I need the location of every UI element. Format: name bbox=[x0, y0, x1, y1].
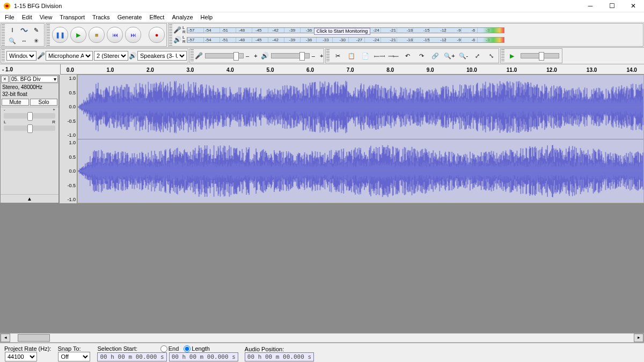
length-radio[interactable] bbox=[184, 345, 191, 352]
mixer-toolbar: 🎤 –⁠ + 🔊 –⁠ + bbox=[189, 48, 324, 63]
stop-button[interactable]: ■ bbox=[89, 27, 105, 43]
meters-toolbar: 🎤 LR -57-54-51-48-45-42-39-36-33-30-27-2… bbox=[168, 23, 643, 47]
redo-button[interactable]: ↷ bbox=[415, 49, 428, 62]
window-titlebar: 1-15 BFG Division ─ ☐ ✕ bbox=[0, 0, 644, 12]
minimize-button[interactable]: ─ bbox=[580, 0, 601, 12]
play-button[interactable]: ▶ bbox=[70, 27, 86, 43]
envelope-tool[interactable] bbox=[18, 24, 30, 36]
cut-button[interactable]: ✂ bbox=[331, 49, 344, 62]
menu-analyze[interactable]: Analyze bbox=[168, 13, 196, 21]
mic-vol-icon: 🎤 bbox=[195, 52, 203, 60]
empty-tracks-area[interactable] bbox=[0, 203, 644, 333]
transcription-toolbar: ▶ bbox=[500, 48, 562, 63]
record-volume-slider[interactable] bbox=[205, 53, 244, 58]
multi-tool[interactable]: ✳ bbox=[30, 35, 42, 47]
zoom-out-button[interactable]: 🔍- bbox=[457, 49, 470, 62]
menu-tracks[interactable]: Tracks bbox=[89, 13, 114, 21]
output-device-select[interactable]: Speakers (3- US bbox=[137, 51, 187, 61]
track-bitdepth: 32-bit float bbox=[1, 91, 58, 98]
playback-meter[interactable]: -57-54-51-48-45-42-39-36-33-30-27-24-21-… bbox=[187, 37, 504, 43]
speaker-icon: 🔊 bbox=[129, 52, 137, 60]
track-control-panel: × 05. BFG Div▾ Stereo, 48000Hz 32-bit fl… bbox=[0, 75, 59, 203]
copy-button[interactable]: 📋 bbox=[345, 49, 358, 62]
selection-start-label: Selection Start: bbox=[97, 345, 137, 352]
project-rate-label: Project Rate (Hz): bbox=[4, 345, 51, 352]
snap-to-label: Snap To: bbox=[57, 345, 91, 352]
undo-button[interactable]: ↶ bbox=[401, 49, 414, 62]
meter-lr-label: LR bbox=[182, 35, 186, 44]
end-radio[interactable] bbox=[160, 345, 167, 352]
track-collapse-button[interactable]: ▲ bbox=[1, 194, 58, 203]
transport-toolbar: ❚❚ ▶ ■ ⏮ ⏭ ● bbox=[46, 23, 167, 47]
solo-button[interactable]: Solo bbox=[30, 99, 57, 106]
ruler-negative: - 1.0 bbox=[0, 64, 61, 75]
track-close-button[interactable]: × bbox=[1, 76, 9, 83]
window-title: 1-15 BFG Division bbox=[14, 3, 62, 9]
menu-view[interactable]: View bbox=[36, 13, 56, 21]
gain-slider[interactable] bbox=[4, 113, 55, 119]
menubar: File Edit View Transport Tracks Generate… bbox=[0, 12, 644, 23]
menu-generate[interactable]: Generate bbox=[114, 13, 146, 21]
track-menu[interactable]: 05. BFG Div▾ bbox=[10, 76, 58, 83]
record-button[interactable]: ● bbox=[149, 27, 165, 43]
waveform-display[interactable] bbox=[77, 75, 644, 203]
track-format: Stereo, 48000Hz bbox=[1, 84, 58, 91]
timeshift-tool[interactable]: ↔ bbox=[18, 35, 30, 47]
scroll-left-button[interactable]: ◂ bbox=[1, 334, 10, 342]
monitor-message[interactable]: Click to Start Monitoring bbox=[314, 28, 371, 35]
playback-volume-slider[interactable] bbox=[271, 53, 310, 58]
pan-slider[interactable] bbox=[4, 125, 55, 131]
input-device-select[interactable]: Microphone Ar bbox=[46, 51, 93, 61]
zoom-tool[interactable]: 🔍 bbox=[6, 35, 18, 47]
sync-lock-button[interactable]: 🔗 bbox=[429, 49, 442, 62]
scroll-right-button[interactable]: ▸ bbox=[634, 334, 643, 342]
skip-end-button[interactable]: ⏭ bbox=[125, 27, 141, 43]
playback-meter-icon[interactable]: 🔊 bbox=[173, 36, 181, 43]
audacity-icon bbox=[3, 2, 11, 10]
zoom-in-button[interactable]: 🔍+ bbox=[443, 49, 456, 62]
snap-to-select[interactable]: Off bbox=[58, 352, 90, 361]
trim-button[interactable]: ⟝⟞ bbox=[373, 49, 386, 62]
track-area: × 05. BFG Div▾ Stereo, 48000Hz 32-bit fl… bbox=[0, 75, 644, 203]
audio-position-label: Audio Position: bbox=[245, 346, 314, 352]
meter-lr-label: LR bbox=[182, 26, 186, 34]
audio-position-field[interactable]: 00 h 00 m 00.000 s bbox=[245, 352, 314, 361]
fit-project-button[interactable]: ⤡ bbox=[485, 49, 497, 62]
h-scrollbar[interactable]: ◂ ▸ bbox=[0, 333, 644, 343]
pause-button[interactable]: ❚❚ bbox=[52, 27, 68, 43]
menu-help[interactable]: Help bbox=[197, 13, 217, 21]
selection-start-field[interactable]: 00 h 00 m 00.000 s bbox=[97, 352, 166, 361]
menu-transport[interactable]: Transport bbox=[56, 13, 89, 21]
selection-length-field[interactable]: 00 h 00 m 00.000 s bbox=[169, 352, 238, 361]
host-select[interactable]: Window: bbox=[6, 51, 36, 61]
time-ruler[interactable]: 0.01.02.03.04.05.06.07.08.09.010.011.012… bbox=[61, 64, 644, 75]
record-meter[interactable]: -57-54-51-48-45-42-39-36-33-30-27-24-21-… bbox=[187, 27, 504, 33]
edit-toolbar: ✂ 📋 📄 ⟝⟞ ⟞⟝ ↶ ↷ 🔗 🔍+ 🔍- ⤢ ⤡ bbox=[325, 48, 499, 63]
maximize-button[interactable]: ☐ bbox=[601, 0, 623, 12]
close-button[interactable]: ✕ bbox=[623, 0, 644, 12]
mute-button[interactable]: Mute bbox=[2, 99, 29, 106]
channels-select[interactable]: 2 (Stereo) bbox=[94, 51, 128, 61]
speaker-vol-icon: 🔊 bbox=[261, 52, 269, 60]
mic-icon: 🎤 bbox=[37, 52, 45, 60]
paste-button[interactable]: 📄 bbox=[359, 49, 372, 62]
fit-selection-button[interactable]: ⤢ bbox=[471, 49, 484, 62]
device-toolbar: Window: 🎤 Microphone Ar 2 (Stereo) 🔊 Spe… bbox=[1, 48, 188, 63]
speed-slider[interactable] bbox=[521, 53, 559, 58]
scroll-thumb[interactable] bbox=[18, 334, 50, 342]
skip-start-button[interactable]: ⏮ bbox=[107, 27, 123, 43]
menu-edit[interactable]: Edit bbox=[18, 13, 36, 21]
menu-effect[interactable]: Effect bbox=[146, 13, 169, 21]
selection-tool[interactable]: I bbox=[6, 24, 18, 36]
selection-toolbar: Project Rate (Hz): 44100 Snap To: Off Se… bbox=[0, 343, 644, 362]
track-name: 05. BFG Div bbox=[11, 76, 40, 82]
menu-file[interactable]: File bbox=[1, 13, 18, 21]
play-at-speed-button[interactable]: ▶ bbox=[506, 50, 518, 62]
silence-button[interactable]: ⟞⟝ bbox=[387, 49, 400, 62]
record-meter-icon[interactable]: 🎤 bbox=[173, 26, 181, 34]
draw-tool[interactable]: ✎ bbox=[30, 24, 42, 36]
project-rate-select[interactable]: 44100 bbox=[5, 352, 37, 361]
tools-toolbar: I ✎ 🔍 ↔ ✳ bbox=[1, 23, 45, 47]
